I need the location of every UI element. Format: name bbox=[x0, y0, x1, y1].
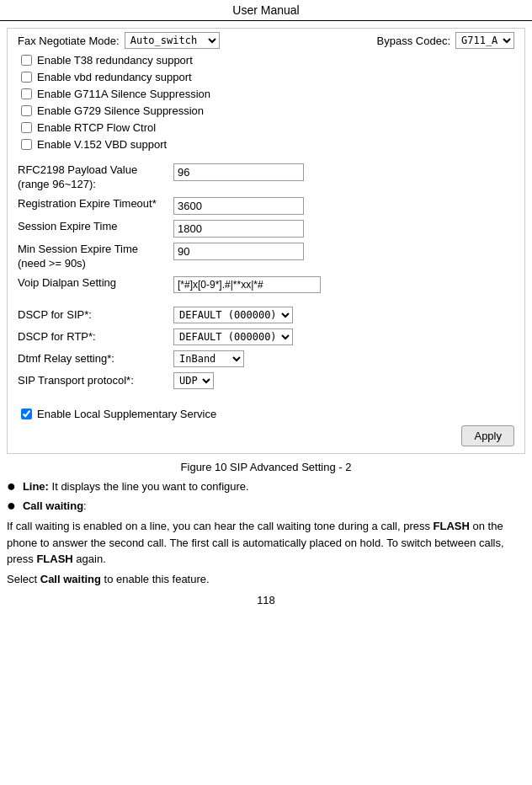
checkbox-g729[interactable] bbox=[21, 105, 32, 116]
page-title: User Manual bbox=[0, 0, 532, 21]
checkbox-v152-row: Enable V.152 VBD support bbox=[21, 138, 514, 151]
dscp-sip-dropdown[interactable]: DEFAULT (000000) bbox=[173, 307, 293, 323]
voip-dialpan-input-wrapper bbox=[173, 276, 321, 293]
checkbox-vbd-row: Enable vbd redundancy support bbox=[21, 71, 514, 83]
rfc2198-field-group: RFC2198 Payload Value (range 96~127): bbox=[18, 163, 514, 192]
min-session-expire-label: Min Session Expire Time (need >= 90s) bbox=[18, 243, 173, 271]
enable-local-label: Enable Local Supplementary Service bbox=[37, 408, 216, 420]
session-expire-field-group: Session Expire Time bbox=[18, 220, 514, 238]
bullet-section: ● Line: It displays the line you want to… bbox=[0, 478, 532, 515]
checkbox-rtcp-label: Enable RTCP Flow Ctrol bbox=[37, 121, 156, 134]
apply-row: Apply bbox=[18, 425, 514, 446]
checkbox-g729-row: Enable G729 Silence Suppression bbox=[21, 104, 514, 117]
body-paragraph-2: Select Call waiting to enable this featu… bbox=[0, 571, 532, 588]
enable-local-checkbox[interactable] bbox=[21, 409, 32, 419]
checkbox-g711a-row: Enable G711A Silence Suppression bbox=[21, 88, 514, 100]
reg-expire-field-group: Registration Expire Timeout* bbox=[18, 197, 514, 215]
rfc2198-input-wrapper bbox=[173, 163, 304, 181]
voip-dialpan-input[interactable] bbox=[173, 276, 321, 293]
dtmf-row: Dtmf Relay setting*: InBand RFC2833 SIP … bbox=[18, 350, 514, 367]
bullet-line-rest: It displays the line you want to configu… bbox=[49, 480, 249, 493]
session-expire-input[interactable] bbox=[173, 220, 304, 238]
min-session-expire-input-wrapper bbox=[173, 243, 304, 260]
fax-dropdown[interactable]: Auto_switch T38 Pass-through bbox=[125, 32, 220, 49]
body-paragraph-1: If call waiting is enabled on a line, yo… bbox=[0, 518, 532, 568]
bullet-line-term: Line: bbox=[23, 480, 49, 493]
checkbox-v152[interactable] bbox=[21, 139, 32, 150]
session-expire-input-wrapper bbox=[173, 220, 304, 238]
reg-expire-label: Registration Expire Timeout* bbox=[18, 197, 173, 211]
page-number: 118 bbox=[0, 594, 532, 606]
checkbox-v152-label: Enable V.152 VBD support bbox=[37, 138, 167, 151]
checkbox-g711a[interactable] bbox=[21, 88, 32, 99]
bullet-dot-2: ● bbox=[7, 498, 16, 515]
rfc2198-label: RFC2198 Payload Value (range 96~127): bbox=[18, 163, 173, 192]
rfc2198-input[interactable] bbox=[173, 163, 304, 181]
voip-dialpan-label: Voip Dialpan Setting bbox=[18, 276, 173, 291]
checkbox-t38-row: Enable T38 redundancy support bbox=[21, 54, 514, 67]
figure-caption: Figure 10 SIP Advanced Setting - 2 bbox=[0, 461, 532, 473]
dscp-sip-label: DSCP for SIP*: bbox=[18, 308, 173, 321]
dtmf-dropdown[interactable]: InBand RFC2833 SIP INFO bbox=[173, 350, 244, 367]
bullet-callwaiting: ● Call waiting: bbox=[7, 498, 525, 515]
checkbox-t38[interactable] bbox=[21, 55, 32, 66]
bullet-callwaiting-term: Call waiting bbox=[23, 499, 83, 512]
main-content: Fax Negotiate Mode: Auto_switch T38 Pass… bbox=[7, 28, 525, 454]
checkbox-rtcp[interactable] bbox=[21, 122, 32, 133]
checkbox-vbd[interactable] bbox=[21, 72, 32, 83]
min-session-expire-input[interactable] bbox=[173, 243, 304, 260]
dscp-sip-row: DSCP for SIP*: DEFAULT (000000) bbox=[18, 307, 514, 323]
bullet-dot-1: ● bbox=[7, 478, 16, 495]
sip-transport-row: SIP Transport protocol*: UDP TCP TLS bbox=[18, 372, 514, 389]
sip-transport-dropdown[interactable]: UDP TCP TLS bbox=[173, 372, 214, 389]
bullet-line: ● Line: It displays the line you want to… bbox=[7, 478, 525, 495]
session-expire-label: Session Expire Time bbox=[18, 220, 173, 234]
checkbox-g729-label: Enable G729 Silence Suppression bbox=[37, 104, 204, 117]
bypass-label: Bypass Codec: bbox=[377, 35, 450, 47]
reg-expire-input-wrapper bbox=[173, 197, 304, 215]
bypass-dropdown[interactable]: G711_A G711_U bbox=[455, 32, 514, 49]
enable-local-row: Enable Local Supplementary Service bbox=[21, 408, 514, 420]
checkbox-rtcp-row: Enable RTCP Flow Ctrol bbox=[21, 121, 514, 134]
apply-button[interactable]: Apply bbox=[461, 425, 514, 446]
dtmf-label: Dtmf Relay setting*: bbox=[18, 352, 173, 365]
sip-transport-label: SIP Transport protocol*: bbox=[18, 374, 173, 387]
min-session-expire-field-group: Min Session Expire Time (need >= 90s) bbox=[18, 243, 514, 271]
fax-row: Fax Negotiate Mode: Auto_switch T38 Pass… bbox=[18, 32, 514, 49]
checkbox-vbd-label: Enable vbd redundancy support bbox=[37, 71, 192, 83]
dscp-rtp-dropdown[interactable]: DEFAULT (000000) bbox=[173, 328, 293, 345]
fax-label: Fax Negotiate Mode: bbox=[18, 35, 120, 47]
bullet-callwaiting-text: Call waiting: bbox=[23, 498, 87, 515]
reg-expire-input[interactable] bbox=[173, 197, 304, 215]
voip-dialpan-field-group: Voip Dialpan Setting bbox=[18, 276, 514, 293]
checkbox-t38-label: Enable T38 redundancy support bbox=[37, 54, 193, 67]
bullet-callwaiting-rest: : bbox=[83, 499, 87, 512]
checkbox-g711a-label: Enable G711A Silence Suppression bbox=[37, 88, 210, 100]
dscp-rtp-label: DSCP for RTP*: bbox=[18, 330, 173, 343]
bullet-line-text: Line: It displays the line you want to c… bbox=[23, 478, 249, 495]
dscp-rtp-row: DSCP for RTP*: DEFAULT (000000) bbox=[18, 328, 514, 345]
